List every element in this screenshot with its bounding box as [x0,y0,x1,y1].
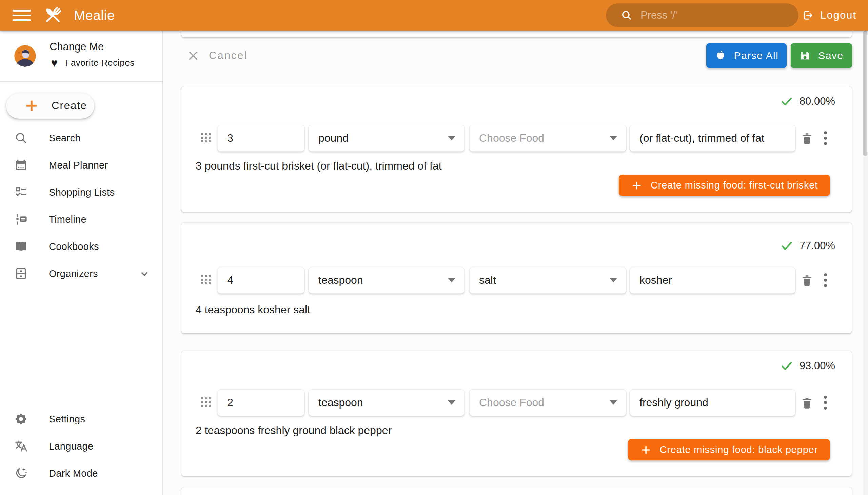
quantity-input[interactable] [217,267,305,294]
ingredient-card-partial [182,487,852,495]
save-label: Save [818,50,843,62]
cabinet-icon [14,266,29,281]
save-button[interactable]: Save [791,44,852,68]
unit-value: teaspoon [318,274,363,287]
confidence-value: 80.00% [800,95,835,107]
chevron-down-icon [138,267,151,280]
book-open-icon [14,239,29,254]
sidebar-item-shopping-lists[interactable]: Shopping Lists [0,179,163,206]
sidebar-item-meal-planner[interactable]: Meal Planner [0,152,163,179]
unit-select[interactable]: pound [309,125,464,152]
moon-stars-icon [14,466,29,481]
app-title: Mealie [74,8,115,23]
save-icon [799,50,811,62]
sidebar-item-cookbooks[interactable]: Cookbooks [0,233,163,260]
favorite-recipes-link[interactable]: ♥ Favorite Recipes [51,57,135,68]
sidebar-item-search[interactable]: Search [0,124,163,152]
food-select[interactable]: salt [469,267,626,294]
check-icon [780,239,794,253]
sidebar-item-label: Meal Planner [49,160,108,171]
parse-all-button[interactable]: Parse All [706,44,787,68]
delete-button[interactable] [800,271,814,290]
sidebar-item-timeline[interactable]: Timeline [0,206,163,233]
app-header: Mealie Logout [0,0,868,31]
drag-handle-icon[interactable] [201,133,212,144]
heart-icon: ♥ [51,57,58,68]
mealie-logo-icon [40,2,66,28]
sidebar-item-dark-mode[interactable]: Dark Mode [0,460,163,487]
global-search[interactable] [606,3,799,27]
search-icon [621,10,632,21]
ingredient-card: 80.00% pound Choose Food 3 pounds first-… [182,86,852,212]
translate-icon [14,439,29,454]
trash-icon [800,132,814,145]
sidebar-divider [0,81,163,82]
sidebar-item-label: Timeline [49,214,86,225]
plus-icon [631,180,643,191]
logout-label: Logout [820,9,856,21]
kebab-menu-icon[interactable] [823,129,827,148]
unit-select[interactable]: teaspoon [309,389,464,416]
dropdown-arrow-icon [448,136,455,140]
unit-value: pound [318,132,348,144]
quantity-input[interactable] [217,389,305,416]
delete-button[interactable] [800,129,814,148]
note-input[interactable] [630,125,796,152]
close-icon [187,50,199,62]
sidebar-item-label: Search [49,133,81,144]
create-button[interactable]: Create [6,93,94,119]
gear-icon [14,412,29,427]
food-value: salt [479,274,496,287]
trash-icon [800,274,814,287]
drag-handle-icon[interactable] [201,397,212,408]
sidebar-bottom-nav: Settings Language Dark Mode [0,406,163,487]
plus-icon [24,98,39,114]
menu-icon[interactable] [11,6,33,24]
food-select[interactable]: Choose Food [469,125,626,152]
note-input[interactable] [630,389,796,416]
logout-button[interactable]: Logout [796,0,863,31]
check-icon [780,95,794,108]
confidence-indicator: 80.00% [780,95,835,108]
drag-handle-icon[interactable] [201,275,212,286]
sidebar-item-language[interactable]: Language [0,433,163,460]
delete-button[interactable] [800,393,814,412]
scrollbar-thumb[interactable] [863,31,867,156]
kebab-menu-icon[interactable] [823,271,827,290]
dropdown-arrow-icon [610,136,617,140]
confidence-indicator: 93.00% [780,359,835,373]
cancel-button[interactable]: Cancel [187,46,248,66]
sidebar-item-label: Organizers [49,268,98,279]
note-input[interactable] [630,267,796,294]
favorite-recipes-label: Favorite Recipes [65,58,135,68]
parse-all-label: Parse All [734,50,779,62]
create-missing-food-button[interactable]: Create missing food: black pepper [628,439,830,460]
unit-value: teaspoon [318,396,363,409]
sidebar-item-organizers[interactable]: Organizers [0,260,163,287]
ingredient-fields-row: teaspoon Choose Food [201,389,827,416]
user-name[interactable]: Change Me [50,41,104,53]
sidebar-item-label: Cookbooks [49,241,99,252]
sidebar-item-settings[interactable]: Settings [0,406,163,433]
unit-select[interactable]: teaspoon [309,267,464,294]
sidebar-item-label: Language [49,441,93,452]
dropdown-arrow-icon [610,278,617,283]
create-missing-food-label: Create missing food: first-cut brisket [651,180,818,191]
logout-icon [802,9,814,21]
ingredient-card: 93.00% teaspoon Choose Food 2 teaspoons … [182,351,852,476]
ingredient-fields-row: pound Choose Food [201,125,827,152]
quantity-input[interactable] [217,125,305,152]
original-ingredient-text: 2 teaspoons freshly ground black pepper [195,424,392,437]
sidebar-item-label: Dark Mode [49,468,98,479]
confidence-value: 93.00% [800,360,835,372]
sidebar-nav: Search Meal Planner Shopping Lists Timel… [0,124,163,287]
search-input[interactable] [641,9,788,21]
food-select[interactable]: Choose Food [469,389,626,416]
apple-icon [714,50,727,62]
dropdown-arrow-icon [448,400,455,405]
kebab-menu-icon[interactable] [823,393,827,412]
create-missing-food-button[interactable]: Create missing food: first-cut brisket [619,175,830,196]
check-icon [780,359,794,373]
avatar[interactable] [14,45,36,67]
magnify-icon [14,131,29,146]
